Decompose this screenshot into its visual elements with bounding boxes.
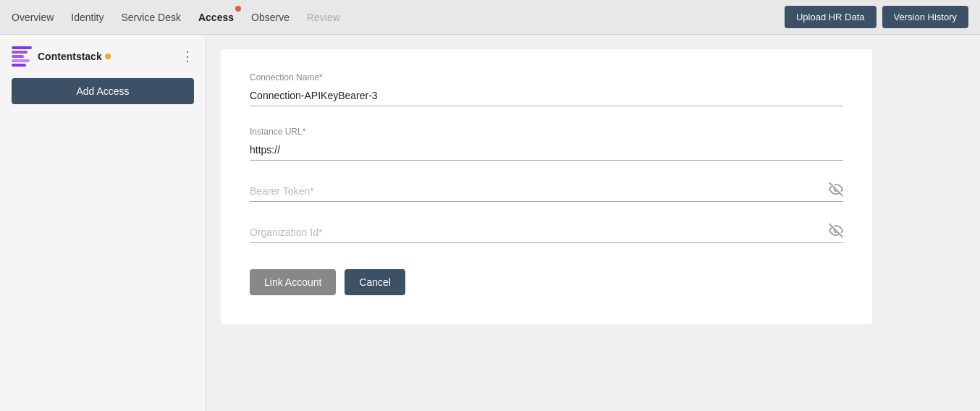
upload-hr-data-button[interactable]: Upload HR Data [785,6,876,28]
brand-info-badge [105,54,111,59]
connection-form-card: Connection Name* Instance URL* [221,49,872,324]
content-area: Connection Name* Instance URL* [206,35,980,411]
instance-url-input-wrapper [250,140,843,161]
connection-name-input[interactable] [250,85,843,106]
bearer-token-visibility-toggle-icon[interactable] [829,182,843,200]
top-navigation: Overview Identity Service Desk Access Ob… [0,0,980,35]
nav-items: Overview Identity Service Desk Access Ob… [12,9,785,26]
version-history-button[interactable]: Version History [882,6,968,28]
instance-url-input[interactable] [250,140,843,160]
sidebar: Contentstack ⋮ Add Access [0,35,206,411]
nav-access[interactable]: Access [198,9,234,26]
org-id-input-wrapper [250,222,843,243]
nav-overview[interactable]: Overview [12,9,54,26]
brand-logo-icon [12,46,32,67]
sidebar-more-menu-icon[interactable]: ⋮ [181,50,194,63]
nav-review[interactable]: Review [307,9,340,26]
sidebar-brand: Contentstack [12,46,111,67]
org-id-input[interactable] [250,222,843,242]
form-actions: Link Account Cancel [250,269,843,295]
org-id-field [250,222,843,243]
brand-name-label: Contentstack [38,51,111,62]
connection-name-field: Connection Name* [250,72,843,106]
connection-name-input-wrapper [250,85,843,106]
bearer-token-field [250,181,843,202]
add-access-button[interactable]: Add Access [12,78,194,104]
instance-url-field: Instance URL* [250,127,843,161]
bearer-token-input[interactable] [250,181,843,201]
cancel-button[interactable]: Cancel [345,269,405,295]
nav-observe[interactable]: Observe [251,9,290,26]
nav-right-actions: Upload HR Data Version History [785,6,968,28]
nav-service-desk[interactable]: Service Desk [122,9,181,26]
org-id-visibility-toggle-icon[interactable] [829,224,843,242]
connection-name-label: Connection Name* [250,72,843,82]
bearer-token-input-wrapper [250,181,843,202]
instance-url-label: Instance URL* [250,127,843,137]
nav-identity[interactable]: Identity [71,9,104,26]
link-account-button[interactable]: Link Account [250,269,336,295]
sidebar-header: Contentstack ⋮ [12,46,194,67]
main-layout: Contentstack ⋮ Add Access Connection Nam… [0,35,980,411]
access-badge [235,6,241,12]
